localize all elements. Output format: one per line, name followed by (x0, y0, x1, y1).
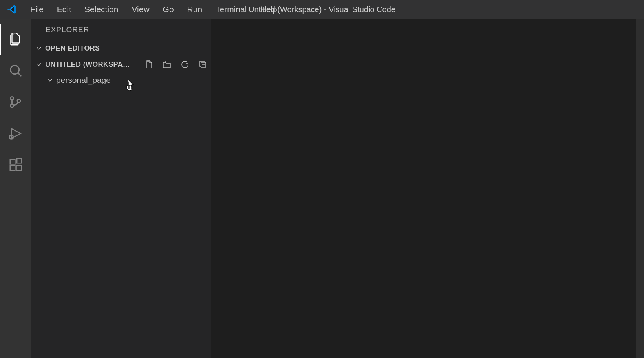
refresh-button[interactable] (180, 59, 190, 69)
explorer-sidebar: EXPLORER OPEN EDITORS UNTITLED (WORKSPA… (31, 19, 211, 358)
svg-point-2 (11, 97, 14, 100)
svg-rect-10 (10, 159, 15, 164)
chevron-down-icon (35, 60, 43, 69)
svg-rect-13 (17, 159, 21, 163)
activity-extensions[interactable] (0, 149, 31, 181)
new-folder-button[interactable] (162, 59, 172, 69)
menu-selection[interactable]: Selection (78, 0, 125, 19)
svg-point-0 (11, 66, 19, 74)
vscode-logo-icon (4, 2, 20, 17)
menu-help[interactable]: Help (253, 0, 284, 19)
activity-explorer[interactable] (0, 24, 31, 55)
svg-line-8 (9, 138, 10, 139)
activity-search[interactable] (0, 55, 31, 86)
open-editors-label: OPEN EDITORS (45, 44, 100, 53)
menu-view[interactable]: View (125, 0, 156, 19)
editor-area[interactable] (211, 19, 636, 358)
menu-file[interactable]: File (24, 0, 50, 19)
chevron-down-icon (46, 76, 54, 84)
folder-label: personal_page (56, 75, 111, 85)
svg-line-9 (12, 138, 13, 139)
menu-edit[interactable]: Edit (50, 0, 78, 19)
new-file-button[interactable] (144, 59, 154, 69)
svg-rect-11 (10, 166, 15, 171)
svg-line-1 (18, 73, 22, 77)
svg-point-3 (11, 104, 14, 108)
menu-go[interactable]: Go (156, 0, 181, 19)
collapse-all-button[interactable] (198, 59, 208, 69)
activity-run-debug[interactable] (0, 118, 31, 149)
activity-source-control[interactable] (0, 86, 31, 118)
chevron-down-icon (35, 44, 43, 53)
svg-line-6 (9, 135, 10, 136)
workspace-section[interactable]: UNTITLED (WORKSPA… (31, 56, 211, 73)
activity-bar (0, 19, 31, 358)
workspace-actions (144, 59, 208, 69)
titlebar: File Edit Selection View Go Run Terminal… (0, 0, 644, 19)
sidebar-title: EXPLORER (31, 19, 211, 40)
folder-personal-page[interactable]: personal_page (31, 73, 211, 88)
svg-point-4 (17, 99, 20, 102)
svg-line-7 (12, 135, 13, 136)
menu-bar: File Edit Selection View Go Run Terminal… (24, 0, 284, 19)
svg-rect-12 (16, 166, 22, 171)
menu-run[interactable]: Run (181, 0, 209, 19)
workspace-label: UNTITLED (WORKSPA… (45, 60, 130, 69)
vertical-scrollbar[interactable] (636, 19, 644, 358)
menu-terminal[interactable]: Terminal (209, 0, 253, 19)
open-editors-section[interactable]: OPEN EDITORS (31, 40, 211, 56)
